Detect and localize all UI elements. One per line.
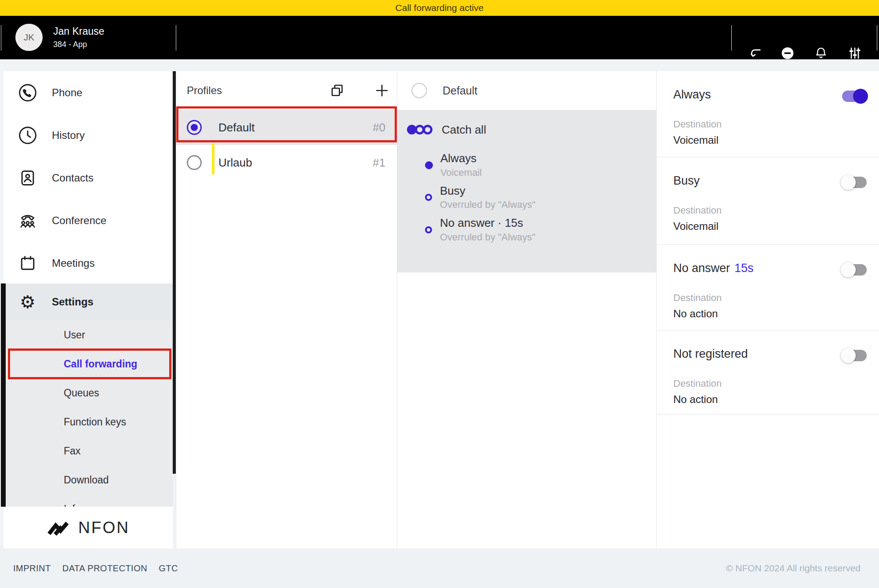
settings-scrollbar[interactable] [1,283,6,507]
footer-link-data-protection[interactable]: DATA PROTECTION [62,563,147,573]
user-extension: 384 - App [53,40,104,48]
forwarding-rules-panel: Always Destination Voicemail Busy Destin… [657,71,879,548]
section-title: Busy [673,174,704,188]
do-not-disturb-icon[interactable] [781,46,795,60]
sidebar-item-info[interactable]: Info [4,494,173,507]
forwarding-section-busy: Busy Destination Voicemail [657,157,879,245]
profile-detail-radio[interactable] [411,83,427,98]
phone-icon [18,83,37,102]
duplicate-profile-icon[interactable] [329,83,345,98]
profile-radio[interactable] [187,155,202,170]
destination-value[interactable]: Voicemail [673,134,867,146]
profile-row-default[interactable]: Default #0 [176,110,397,145]
sidebar-item-label: History [52,129,85,142]
sidebar-scrollbar[interactable] [173,71,176,474]
gear-icon: ⚙ [18,292,37,312]
destination-label: Destination [673,119,867,130]
no-answer-toggle[interactable] [842,264,867,276]
history-icon [18,126,37,145]
destination-value[interactable]: No action [673,308,867,320]
always-toggle[interactable] [842,91,867,102]
catch-all-block[interactable]: Catch all Always Voicemail Busy Overrule… [397,110,656,272]
sidebar-item-label: Conference [52,214,106,227]
sidebar-item-meetings[interactable]: Meetings [4,242,173,284]
nfon-logo: NFON [4,516,173,539]
busy-toggle[interactable] [842,177,867,188]
rule-summary-no-answer[interactable]: No answer · 15s Overruled by "Always" [397,217,656,243]
section-title: Not registered [673,347,752,361]
sidebar-item-call-forwarding[interactable]: Call forwarding [4,349,173,378]
top-bar: JK Jan Krause 384 - App [0,16,879,59]
catch-all-row[interactable]: Catch all [397,110,656,149]
call-forward-icon[interactable] [748,46,762,60]
settings-subitem-label: Queues [64,387,99,399]
header-divider [731,25,732,51]
banner-text: Call forwarding active [396,3,484,13]
settings-subitem-label: Fax [64,445,80,457]
sidebar-item-history[interactable]: History [4,114,173,156]
rule-summary-always[interactable]: Always Voicemail [397,152,656,178]
rule-subtitle: Overruled by "Always" [440,232,535,243]
sidebar-item-queues[interactable]: Queues [4,378,173,407]
forwarding-section-no-answer: No answer15s Destination No action [657,245,879,330]
footer-link-imprint[interactable]: IMPRINT [13,563,51,573]
settings-subitem-label: Function keys [64,416,126,428]
profiles-panel: Profiles Default #0 Urlaub #1 [176,71,397,548]
call-forwarding-active-banner: Call forwarding active [0,0,879,16]
sidebar-item-label: Phone [52,87,82,99]
sidebar-item-settings[interactable]: ⚙ Settings [4,283,173,320]
contacts-icon [18,168,37,188]
sidebar-item-contacts[interactable]: Contacts [4,156,173,199]
destination-label: Destination [673,292,867,304]
timeout-link[interactable]: 15s [734,261,754,275]
profile-radio-selected[interactable] [187,120,202,135]
destination-value[interactable]: No action [673,393,867,406]
header-divider [877,25,877,51]
sidebar-item-label: Contacts [52,172,94,184]
nfon-logo-text: NFON [78,519,130,537]
sidebar-item-user[interactable]: User [4,320,173,349]
profile-number: #0 [373,121,385,134]
footer-link-gtc[interactable]: GTC [159,563,178,573]
copyright-text: © NFON 2024 All rights reserved [726,563,861,573]
sidebar-item-phone[interactable]: Phone [4,71,173,114]
profile-detail-title: Default [443,84,477,97]
settings-subitem-label: Call forwarding [64,358,137,370]
profile-detail-header[interactable]: Default [397,71,656,110]
settings-section: ⚙ Settings User Call forwarding Queues F… [4,283,173,507]
avatar[interactable]: JK [15,24,43,51]
settings-subitem-label: Download [64,474,109,486]
catch-all-icon [407,125,432,134]
notifications-icon[interactable] [814,46,828,60]
user-account-button[interactable]: JK Jan Krause 384 - App [15,24,104,51]
profile-row-urlaub[interactable]: Urlaub #1 [176,145,397,180]
section-title: Always [673,88,716,102]
profile-marker-yellow [212,144,214,174]
settings-subitem-label: User [64,329,85,341]
sidebar-item-function-keys[interactable]: Function keys [4,407,173,436]
sidebar: Phone History Contacts [4,71,173,548]
sidebar-item-conference[interactable]: Conference [4,199,173,242]
add-profile-icon[interactable] [374,83,390,98]
not-registered-toggle[interactable] [842,350,867,361]
nfon-logo-mark [47,518,72,537]
profile-number: #1 [373,156,385,170]
header-divider [1,25,1,51]
rule-subtitle: Voicemail [440,167,482,178]
profiles-title: Profiles [187,84,329,97]
profiles-header: Profiles [176,71,397,110]
meetings-icon [18,254,37,273]
destination-label: Destination [673,378,867,389]
footer: IMPRINT DATA PROTECTION GTC © NFON 2024 … [0,548,879,588]
sidebar-item-download[interactable]: Download [4,465,173,494]
forwarding-section-always: Always Destination Voicemail [657,71,879,157]
rule-title: Always [440,152,482,165]
destination-value[interactable]: Voicemail [673,220,867,232]
sidebar-item-fax[interactable]: Fax [4,436,173,465]
audio-settings-icon[interactable] [848,46,862,60]
rule-title: No answer · 15s [440,217,535,229]
rule-bullet-outline-icon [425,226,432,233]
catch-all-label: Catch all [442,123,486,137]
rule-summary-busy[interactable]: Busy Overruled by "Always" [397,185,656,211]
rule-title: Busy [440,185,535,197]
